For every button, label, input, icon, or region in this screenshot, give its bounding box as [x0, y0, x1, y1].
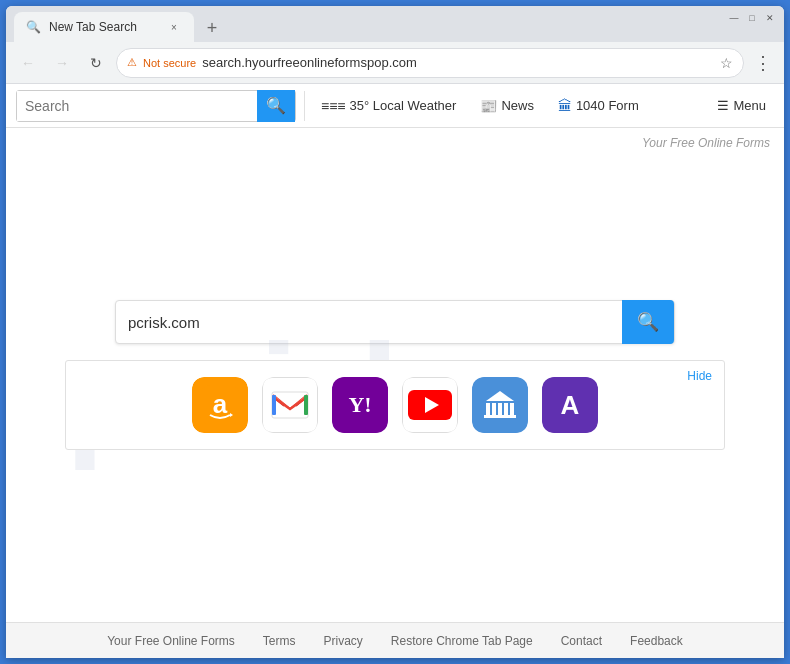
toolbar-news-label: News — [501, 98, 534, 113]
maximize-button[interactable]: □ — [746, 12, 758, 24]
yahoo-icon: Y! — [332, 377, 388, 433]
browser-outer: 🔍 New Tab Search × + — □ ✕ ← → ↻ ⚠ Not s… — [0, 0, 790, 664]
tab-bar: 🔍 New Tab Search × + — □ ✕ — [6, 6, 784, 42]
amazon-icon: a — [192, 377, 248, 433]
main-search-icon: 🔍 — [637, 311, 659, 333]
footer-link-brand[interactable]: Your Free Online Forms — [107, 634, 235, 648]
toolbar-search-icon: 🔍 — [266, 96, 286, 115]
bookmark-icon: ☆ — [720, 55, 733, 71]
svg-marker-11 — [486, 391, 514, 401]
close-window-button[interactable]: ✕ — [764, 12, 776, 24]
footer-link-restore[interactable]: Restore Chrome Tab Page — [391, 634, 533, 648]
svg-rect-4 — [272, 395, 276, 415]
page-content: Your Free Online Forms pcrisk.com 🔍 Hide — [6, 128, 784, 658]
svg-text:a: a — [213, 389, 228, 419]
quick-link-youtube[interactable] — [402, 377, 458, 433]
form-icon: 🏛 — [558, 98, 572, 114]
security-label: Not secure — [143, 57, 196, 69]
toolbar-search-input[interactable] — [17, 91, 257, 121]
minimize-button[interactable]: — — [728, 12, 740, 24]
appstore-icon: A — [542, 377, 598, 433]
toolbar-form-item[interactable]: 🏛 1040 Form — [550, 94, 647, 118]
footer-link-feedback[interactable]: Feedback — [630, 634, 683, 648]
nav-bar: ← → ↻ ⚠ Not secure search.hyourfreeonlin… — [6, 42, 784, 84]
tab-close-button[interactable]: × — [166, 19, 182, 35]
center-area: 🔍 Hide a — [6, 128, 784, 622]
svg-rect-6 — [486, 403, 490, 415]
youtube-icon — [402, 377, 458, 433]
hamburger-icon: ☰ — [717, 98, 729, 113]
toolbar-search-wrapper[interactable]: 🔍 — [16, 90, 296, 122]
new-tab-button[interactable]: + — [198, 14, 226, 42]
quick-link-gmail[interactable] — [262, 377, 318, 433]
svg-rect-5 — [304, 395, 308, 415]
tab-search-icon: 🔍 — [26, 20, 41, 34]
svg-rect-9 — [504, 403, 508, 415]
quick-links-container: Hide a — [65, 360, 725, 450]
svg-rect-12 — [484, 415, 516, 418]
footer: Your Free Online Forms Terms Privacy Res… — [6, 622, 784, 658]
brand-label: Your Free Online Forms — [642, 136, 770, 150]
footer-link-privacy[interactable]: Privacy — [324, 634, 363, 648]
address-text: search.hyourfreeonlineformspop.com — [202, 55, 714, 70]
toolbar-search-button[interactable]: 🔍 — [257, 90, 295, 122]
toolbar-weather-label: 35° Local Weather — [350, 98, 457, 113]
reload-button[interactable]: ↻ — [82, 49, 110, 77]
quick-link-1040[interactable] — [472, 377, 528, 433]
browser-window: 🔍 New Tab Search × + — □ ✕ ← → ↻ ⚠ Not s… — [6, 6, 784, 658]
main-search-input[interactable] — [116, 301, 622, 343]
weather-icon: ≡≡≡ — [321, 98, 346, 114]
active-tab[interactable]: 🔍 New Tab Search × — [14, 12, 194, 42]
address-bar[interactable]: ⚠ Not secure search.hyourfreeonlineforms… — [116, 48, 744, 78]
hide-button[interactable]: Hide — [687, 369, 712, 383]
main-search-wrapper: 🔍 — [115, 300, 675, 344]
toolbar-form-label: 1040 Form — [576, 98, 639, 113]
svg-rect-8 — [498, 403, 502, 415]
bank-icon — [472, 377, 528, 433]
toolbar-menu-button[interactable]: ☰ Menu — [709, 94, 774, 117]
browser-menu-button[interactable]: ⋮ — [750, 52, 776, 74]
quick-link-appstore[interactable]: A — [542, 377, 598, 433]
quick-links-row: a — [82, 377, 708, 433]
toolbar-divider — [304, 91, 305, 121]
forward-button[interactable]: → — [48, 49, 76, 77]
gmail-icon — [262, 377, 318, 433]
footer-link-contact[interactable]: Contact — [561, 634, 602, 648]
svg-rect-10 — [510, 403, 514, 415]
tab-title: New Tab Search — [49, 20, 137, 34]
toolbar-news-item[interactable]: 📰 News — [472, 94, 542, 118]
quick-link-yahoo[interactable]: Y! — [332, 377, 388, 433]
window-controls: — □ ✕ — [728, 12, 776, 24]
security-icon: ⚠ — [127, 56, 137, 69]
svg-rect-7 — [492, 403, 496, 415]
news-icon: 📰 — [480, 98, 497, 114]
footer-link-terms[interactable]: Terms — [263, 634, 296, 648]
main-search-button[interactable]: 🔍 — [622, 300, 674, 344]
toolbar-menu-label: Menu — [733, 98, 766, 113]
toolbar-weather-item[interactable]: ≡≡≡ 35° Local Weather — [313, 94, 464, 118]
back-button[interactable]: ← — [14, 49, 42, 77]
toolbar: 🔍 ≡≡≡ 35° Local Weather 📰 News 🏛 1040 Fo… — [6, 84, 784, 128]
quick-link-amazon[interactable]: a — [192, 377, 248, 433]
